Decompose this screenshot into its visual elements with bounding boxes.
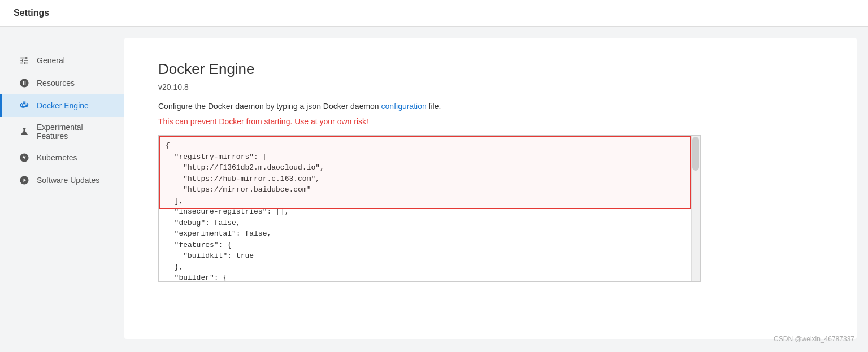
sidebar-item-software-updates-label: Software Updates	[37, 176, 99, 185]
resource-icon	[19, 77, 30, 89]
description-text: Configure the Docker daemon by typing a …	[158, 101, 823, 112]
sidebar-item-kubernetes-label: Kubernetes	[37, 153, 77, 162]
warning-text: This can prevent Docker from starting. U…	[158, 117, 823, 126]
sidebar-item-general-label: General	[37, 56, 65, 65]
watermark: CSDN @weixin_46787337	[774, 335, 854, 343]
updates-icon	[19, 175, 30, 186]
description-before: Configure the Docker daemon by typing a …	[158, 102, 381, 111]
sidebar-item-resources-label: Resources	[37, 79, 75, 88]
app-header: Settings	[0, 0, 868, 27]
scrollbar-track[interactable]	[691, 136, 700, 281]
version-text: v20.10.8	[158, 82, 823, 92]
sidebar-item-experimental-features[interactable]: Experimental Features	[0, 117, 124, 146]
json-editor-container: { "registry-mirrors": [ "http://f1361db2…	[158, 135, 701, 282]
description-after: file.	[427, 102, 441, 111]
app-body: General Resources Docker Engine	[0, 27, 868, 350]
experimental-icon	[19, 126, 30, 137]
scrollbar-thumb[interactable]	[692, 137, 699, 171]
sliders-icon	[19, 55, 30, 66]
sidebar-item-docker-engine[interactable]: Docker Engine	[0, 94, 124, 117]
configuration-link[interactable]: configuration	[381, 102, 427, 111]
sidebar-item-general[interactable]: General	[0, 49, 124, 72]
json-editor[interactable]: { "registry-mirrors": [ "http://f1361db2…	[159, 136, 700, 281]
sidebar-item-resources[interactable]: Resources	[0, 72, 124, 94]
sidebar-item-docker-engine-label: Docker Engine	[37, 101, 89, 110]
kubernetes-icon	[19, 152, 30, 163]
main-content: Docker Engine v20.10.8 Configure the Doc…	[124, 38, 857, 339]
sidebar-item-experimental-features-label: Experimental Features	[37, 123, 113, 141]
page-title: Docker Engine	[158, 60, 823, 78]
sidebar-item-software-updates[interactable]: Software Updates	[0, 169, 124, 192]
sidebar-item-kubernetes[interactable]: Kubernetes	[0, 146, 124, 169]
app-title: Settings	[14, 8, 854, 18]
docker-icon	[19, 100, 30, 111]
sidebar: General Resources Docker Engine	[0, 27, 124, 350]
